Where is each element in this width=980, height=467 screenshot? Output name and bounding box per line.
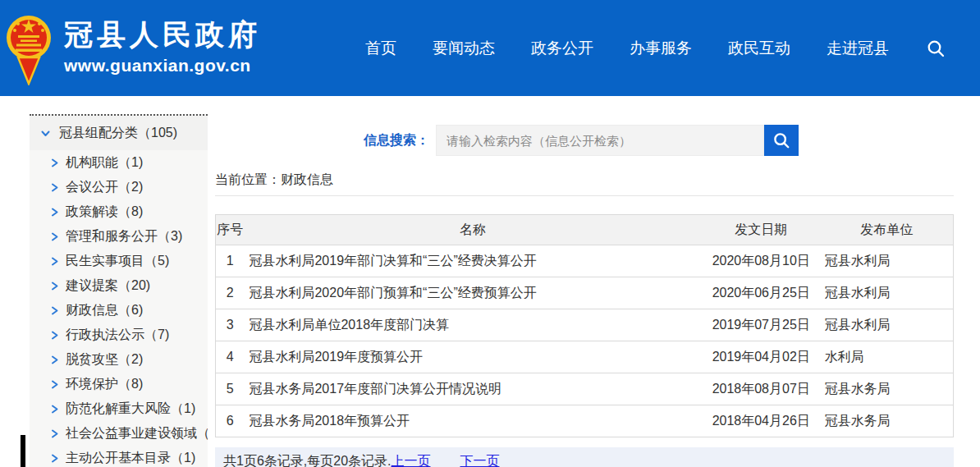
row-number: 1 [216, 245, 245, 277]
sidebar-root-item[interactable]: 冠县组配分类（105) [30, 114, 208, 150]
sidebar-item-label: 社会公益事业建设领域（5) [66, 425, 208, 442]
nav-link[interactable]: 政民互动 [728, 38, 790, 59]
site-header: 冠县人民政府 www.guanxian.gov.cn 首页 要闻动态 政务公开 … [0, 0, 980, 96]
chevron-right-icon [49, 428, 60, 439]
chevron-down-icon [40, 128, 51, 139]
sidebar-items: 机构职能（1) 会议公开（2) 政策解读（8) [30, 150, 208, 467]
sidebar-item-label: 政策解读（8) [66, 204, 143, 221]
search-input[interactable] [436, 125, 764, 156]
publish-date: 2019年04月02日 [702, 341, 821, 373]
chevron-right-icon [49, 231, 60, 242]
sidebar-item[interactable]: 行政执法公示（7) [30, 323, 208, 347]
row-number: 2 [216, 277, 245, 309]
category-sidebar: 冠县组配分类（105) 机构职能（1) 会议公开（2) [30, 114, 208, 467]
sidebar-item[interactable]: 机构职能（1) [30, 150, 208, 175]
sidebar-item-label: 建议提案（20) [66, 277, 150, 295]
sidebar-item[interactable]: 政策解读（8) [30, 199, 208, 224]
table-header-cell: 发文日期 [702, 215, 821, 245]
sidebar-item[interactable]: 主动公开基本目录（1) [30, 446, 208, 467]
document-title-link[interactable]: 冠县水利局2019年部门决算和“三公”经费决算公开 [244, 245, 701, 277]
publish-date: 2020年06月25日 [702, 277, 821, 309]
logo-text: 冠县人民政府 www.guanxian.gov.cn [64, 18, 261, 76]
sidebar-item[interactable]: 建议提案（20) [30, 273, 208, 298]
table-row: 4 冠县水利局2019年度预算公开 2019年04月02日 水利局 [216, 341, 954, 373]
sidebar-item[interactable]: 管理和服务公开（3) [30, 224, 208, 249]
sidebar-item-label: 环境保护（8) [66, 376, 143, 393]
table-row: 2 冠县水利局2020年部门预算和“三公”经费预算公开 2020年06月25日 … [216, 277, 954, 309]
sidebar-item-label: 民生实事项目（5) [66, 253, 169, 270]
table-header-cell: 发布单位 [821, 215, 954, 245]
chevron-right-icon [49, 158, 60, 168]
pagination-summary: 共1页6条记录,每页20条记录. [223, 453, 391, 467]
document-title-link[interactable]: 冠县水务局2017年度部门决算公开情况说明 [244, 373, 701, 405]
publish-unit: 冠县水利局 [821, 277, 954, 309]
sidebar-root-label: 冠县组配分类（105) [59, 125, 177, 142]
publish-unit: 冠县水务局 [821, 405, 954, 437]
info-search-bar: 信息搜索： [364, 125, 799, 156]
table-header-row: 序号名称发文日期发布单位 [216, 215, 954, 245]
chevron-right-icon [49, 281, 60, 291]
table-header-cell: 名称 [244, 215, 701, 245]
document-title-link[interactable]: 冠县水利局单位2018年度部门决算 [244, 309, 701, 341]
nav-link[interactable]: 办事服务 [630, 38, 692, 59]
sidebar-item[interactable]: 财政信息（6) [30, 298, 208, 323]
chevron-right-icon [49, 182, 60, 193]
sidebar-item-label: 行政执法公示（7) [66, 327, 169, 344]
sidebar-item[interactable]: 防范化解重大风险（1) [30, 396, 208, 421]
chevron-right-icon [49, 404, 60, 414]
row-number: 4 [216, 341, 245, 373]
sidebar-item-label: 防范化解重大风险（1) [66, 401, 195, 418]
document-title-link[interactable]: 冠县水利局2020年部门预算和“三公”经费预算公开 [244, 277, 701, 309]
publish-unit: 冠县水利局 [821, 309, 954, 341]
document-title-link[interactable]: 冠县水务局2018年预算公开 [244, 405, 701, 437]
publish-unit: 水利局 [821, 341, 954, 373]
site-logo[interactable]: 冠县人民政府 www.guanxian.gov.cn [5, 8, 261, 85]
publish-date: 2018年08月07日 [702, 373, 821, 405]
sidebar-item[interactable]: 社会公益事业建设领域（5) [30, 421, 208, 446]
chevron-right-icon [49, 453, 60, 464]
sidebar-item-label: 脱贫攻坚（2) [66, 351, 143, 369]
search-label: 信息搜索： [364, 132, 429, 149]
row-number: 3 [216, 309, 245, 341]
nav-links: 首页 要闻动态 政务公开 办事服务 政民互动 走进冠县 [365, 38, 889, 59]
sidebar-item[interactable]: 民生实事项目（5) [30, 249, 208, 273]
page: 冠县人民政府 www.guanxian.gov.cn 首页 要闻动态 政务公开 … [0, 0, 980, 467]
publish-unit: 冠县水利局 [821, 245, 954, 277]
chevron-right-icon [49, 330, 60, 341]
table-row: 3 冠县水利局单位2018年度部门决算 2019年07月25日 冠县水利局 [216, 309, 954, 341]
nav-link[interactable]: 政务公开 [531, 38, 593, 59]
table-body: 1 冠县水利局2019年部门决算和“三公”经费决算公开 2020年08月10日 … [216, 245, 954, 437]
sidebar-scrollbar-thumb[interactable] [21, 435, 25, 467]
publish-unit: 冠县水务局 [821, 373, 954, 405]
nav-link[interactable]: 首页 [365, 38, 396, 59]
prev-page-link[interactable]: 上一页 [391, 453, 430, 467]
row-number: 6 [216, 405, 245, 437]
table-row: 5 冠县水务局2017年度部门决算公开情况说明 2018年08月07日 冠县水务… [216, 373, 954, 405]
chevron-right-icon [49, 256, 60, 267]
search-icon[interactable] [926, 39, 946, 58]
sidebar-item[interactable]: 环境保护（8) [30, 372, 208, 396]
nav-link[interactable]: 要闻动态 [433, 38, 495, 59]
sidebar-item-label: 管理和服务公开（3) [66, 228, 182, 245]
row-number: 5 [216, 373, 245, 405]
chevron-right-icon [49, 305, 60, 316]
publish-date: 2018年04月26日 [702, 405, 821, 437]
site-url: www.guanxian.gov.cn [64, 56, 261, 76]
next-page-link[interactable]: 下一页 [460, 453, 499, 467]
pagination-bar: 共1页6条记录,每页20条记录. 上一页 下一页 [215, 447, 954, 467]
documents-table: 序号名称发文日期发布单位 1 冠县水利局2019年部门决算和“三公”经费决算公开… [215, 214, 954, 437]
document-title-link[interactable]: 冠县水利局2019年度预算公开 [244, 341, 701, 373]
content-divider [215, 195, 954, 196]
sidebar-item-label: 主动公开基本目录（1) [66, 450, 195, 467]
table-row: 1 冠县水利局2019年部门决算和“三公”经费决算公开 2020年08月10日 … [216, 245, 954, 277]
search-button[interactable] [764, 125, 799, 156]
nav-link[interactable]: 走进冠县 [827, 38, 889, 59]
site-title: 冠县人民政府 [64, 18, 261, 51]
chevron-right-icon [49, 355, 60, 365]
sidebar-item[interactable]: 脱贫攻坚（2) [30, 347, 208, 372]
sidebar-item-label: 机构职能（1) [66, 154, 143, 172]
sidebar-item[interactable]: 会议公开（2) [30, 175, 208, 199]
chevron-right-icon [49, 379, 60, 390]
chevron-right-icon [49, 207, 60, 217]
publish-date: 2020年08月10日 [702, 245, 821, 277]
